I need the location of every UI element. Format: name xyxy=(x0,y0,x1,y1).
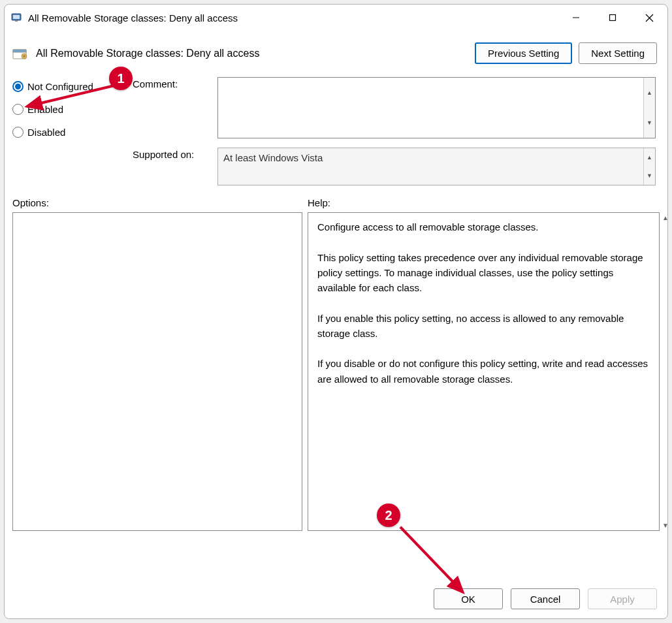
radio-icon xyxy=(12,81,24,92)
dialog-body: All Removable Storage classes: Deny all … xyxy=(5,31,667,618)
radio-label: Enabled xyxy=(27,104,63,115)
supported-row: Supported on: At least Windows Vista ▲ ▼ xyxy=(133,148,656,185)
policy-icon xyxy=(12,47,28,60)
radio-label: Disabled xyxy=(27,127,65,138)
radio-icon xyxy=(12,104,24,115)
help-label: Help: xyxy=(308,197,330,208)
scroll-up-icon[interactable]: ▲ xyxy=(662,213,668,223)
ok-button[interactable]: OK xyxy=(434,588,503,609)
radio-enabled[interactable]: Enabled xyxy=(12,104,117,115)
supported-scroll: ▲ ▼ xyxy=(643,148,655,185)
comment-scroll[interactable]: ▲ ▼ xyxy=(643,78,655,138)
radio-label: Not Configured xyxy=(27,81,93,92)
help-scrollbar[interactable]: ▲ ▼ xyxy=(660,213,668,530)
comment-input[interactable]: ▲ ▼ xyxy=(217,77,656,138)
svg-point-10 xyxy=(24,55,25,57)
help-text: Configure access to all removable storag… xyxy=(308,213,659,393)
comment-row: Comment: ▲ ▼ xyxy=(133,77,656,138)
previous-setting-button[interactable]: Previous Setting xyxy=(475,42,572,64)
app-icon xyxy=(11,12,23,24)
svg-rect-8 xyxy=(13,50,26,52)
panes-row: Configure access to all removable storag… xyxy=(5,212,667,579)
titlebar: All Removable Storage classes: Deny all … xyxy=(5,5,667,31)
scroll-down-icon[interactable]: ▼ xyxy=(644,108,655,138)
supported-value: At least Windows Vista xyxy=(223,152,323,163)
config-area: Not Configured Enabled Disabled Comment: xyxy=(5,71,667,185)
scroll-up-icon: ▲ xyxy=(644,148,655,167)
radio-not-configured[interactable]: Not Configured xyxy=(12,81,117,92)
apply-button[interactable]: Apply xyxy=(588,588,657,609)
policy-title: All Removable Storage classes: Deny all … xyxy=(36,48,467,59)
svg-rect-4 xyxy=(610,15,616,21)
comment-label: Comment: xyxy=(133,77,211,138)
next-setting-button[interactable]: Next Setting xyxy=(579,42,657,64)
scroll-down-icon: ▼ xyxy=(644,167,655,185)
help-pane: Configure access to all removable storag… xyxy=(308,212,660,531)
state-radio-group: Not Configured Enabled Disabled xyxy=(12,77,117,185)
window-controls xyxy=(558,5,667,31)
svg-rect-1 xyxy=(13,15,20,19)
cancel-button[interactable]: Cancel xyxy=(511,588,580,609)
options-pane xyxy=(12,212,302,531)
header-row: All Removable Storage classes: Deny all … xyxy=(5,31,667,71)
annotation-badge-1: 1 xyxy=(109,67,133,90)
annotation-badge-2: 2 xyxy=(377,503,400,527)
scroll-down-icon[interactable]: ▼ xyxy=(662,520,668,530)
dialog-window: All Removable Storage classes: Deny all … xyxy=(4,4,668,619)
footer-buttons: OK Cancel Apply xyxy=(5,579,667,618)
maximize-button[interactable] xyxy=(594,5,631,31)
close-button[interactable] xyxy=(631,5,667,31)
section-labels: Options: Help: xyxy=(5,185,667,212)
supported-label: Supported on: xyxy=(133,148,211,185)
svg-rect-2 xyxy=(15,20,18,22)
scroll-up-icon[interactable]: ▲ xyxy=(644,78,655,108)
radio-icon xyxy=(12,127,24,138)
supported-display: At least Windows Vista ▲ ▼ xyxy=(217,148,656,185)
window-title: All Removable Storage classes: Deny all … xyxy=(28,12,558,24)
minimize-button[interactable] xyxy=(558,5,594,31)
radio-disabled[interactable]: Disabled xyxy=(12,127,117,138)
options-label: Options: xyxy=(12,197,308,208)
